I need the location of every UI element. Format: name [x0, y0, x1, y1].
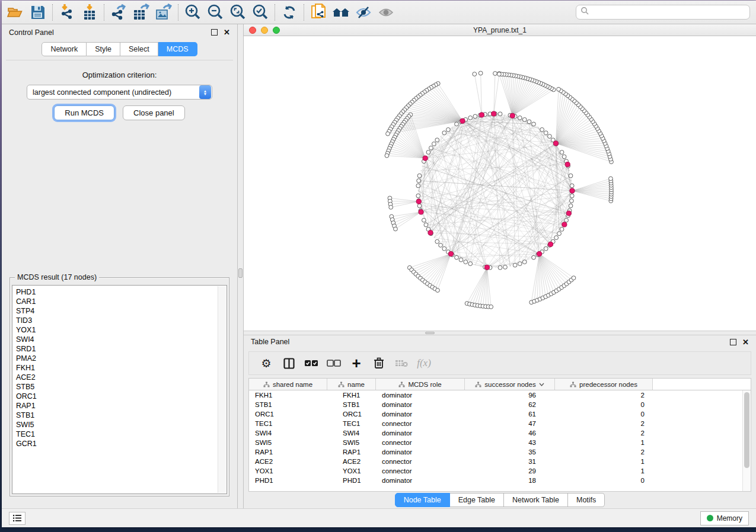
table-panel-tabbar: Node TableEdge TableNetwork TableMotifs — [395, 493, 605, 507]
tab-style[interactable]: Style — [87, 42, 120, 56]
cell: 61 — [465, 411, 555, 418]
splitter-grip[interactable] — [425, 332, 435, 334]
mcds-list-scrollbar[interactable] — [218, 286, 226, 493]
cell: SWI4 — [249, 430, 327, 437]
mcds-result-item[interactable]: ACE2 — [16, 373, 227, 382]
cell: YOX1 — [249, 467, 327, 475]
cell: 62 — [465, 401, 555, 408]
table-row-FKH1[interactable]: FKH1FKH1dominator962 — [249, 390, 751, 400]
cell: FKH1 — [249, 392, 327, 399]
mcds-result-item[interactable]: PMA2 — [16, 354, 227, 363]
run-mcds-button[interactable]: Run MCDS — [54, 105, 114, 120]
table-row-YOX1[interactable]: YOX1YOX1connector291 — [249, 466, 751, 476]
network-canvas-svg[interactable] — [244, 36, 756, 331]
column-header-shared-name[interactable]: shared name — [249, 379, 327, 390]
close-panel-button[interactable]: Close panel — [123, 105, 185, 120]
import-table-icon[interactable] — [78, 3, 101, 22]
search-icon — [580, 7, 589, 18]
add-column-icon[interactable]: + — [345, 354, 368, 372]
mcds-result-item[interactable]: RAP1 — [16, 401, 227, 411]
zoom-in-icon[interactable] — [181, 3, 204, 22]
close-panel-icon[interactable]: ✕ — [742, 339, 749, 345]
table-row-SWI4[interactable]: SWI4SWI4dominator462 — [249, 428, 751, 438]
status-bar: Memory — [2, 508, 756, 527]
cell: SWI4 — [327, 430, 376, 437]
mcds-result-item[interactable]: ORC1 — [16, 392, 227, 401]
table-row-SWI5[interactable]: SWI5SWI5connector431 — [249, 438, 751, 447]
search-input[interactable] — [589, 5, 749, 19]
table-scrollbar-thumb[interactable] — [744, 392, 749, 468]
attribute-icon — [570, 382, 576, 387]
close-panel-icon[interactable]: ✕ — [224, 29, 230, 36]
tab-network[interactable]: Network — [42, 42, 87, 56]
deselect-all-rows-icon[interactable] — [323, 354, 345, 372]
tab-select[interactable]: Select — [120, 42, 158, 56]
export-table-icon[interactable] — [130, 3, 152, 22]
tab-node-table[interactable]: Node Table — [395, 493, 450, 507]
function-builder-icon: f(x) — [413, 354, 435, 372]
mcds-result-item[interactable]: FKH1 — [16, 363, 227, 373]
memory-button[interactable]: Memory — [700, 511, 749, 525]
cell: 1 — [555, 458, 653, 465]
mcds-result-item[interactable]: STP4 — [16, 306, 227, 316]
clone-network-icon[interactable] — [307, 3, 330, 22]
network-window-titlebar[interactable]: YPA_prune.txt_1 — [244, 24, 756, 36]
mcds-result-list[interactable]: PHD1CAR1STP4TID3YOX1SWI4SRD1PMA2FKH1ACE2… — [12, 285, 227, 494]
mcds-result-item[interactable]: GCR1 — [16, 439, 227, 448]
cell: ACE2 — [327, 458, 376, 465]
column-header-successor-nodes[interactable]: successor nodes — [465, 379, 555, 390]
cell: connector — [376, 467, 465, 475]
control-panel-title: Control Panel — [9, 28, 54, 37]
select-all-rows-icon[interactable] — [300, 354, 323, 372]
show-columns-icon[interactable] — [277, 354, 300, 372]
mcds-result-item[interactable]: SWI4 — [16, 335, 227, 344]
mcds-result-item[interactable]: TEC1 — [16, 430, 227, 439]
open-file-icon[interactable] — [4, 3, 27, 22]
nested-networks-icon[interactable] — [330, 3, 352, 22]
mcds-result-item[interactable]: STB1 — [16, 411, 227, 420]
splitter-grip[interactable] — [238, 268, 243, 278]
tab-edge-table[interactable]: Edge Table — [450, 493, 504, 507]
mcds-result-item[interactable]: YOX1 — [16, 325, 227, 335]
mcds-result-item[interactable]: TID3 — [16, 316, 227, 325]
search-box[interactable] — [576, 5, 750, 20]
table-row-ACE2[interactable]: ACE2ACE2connector311 — [249, 457, 751, 466]
export-image-icon[interactable] — [152, 3, 175, 22]
mcds-result-item[interactable]: SWI5 — [16, 420, 227, 430]
save-icon[interactable] — [27, 3, 49, 22]
column-header-name[interactable]: name — [327, 379, 376, 390]
table-row-ORC1[interactable]: ORC1ORC1dominator610 — [249, 409, 751, 419]
hide-selected-icon[interactable] — [352, 3, 375, 22]
import-network-icon[interactable] — [56, 3, 78, 22]
mcds-result-item[interactable]: STB5 — [16, 382, 227, 392]
float-panel-icon[interactable] — [211, 29, 218, 36]
zoom-fit-icon[interactable] — [227, 3, 249, 22]
table-row-RAP1[interactable]: RAP1RAP1dominator352 — [249, 447, 751, 457]
zoom-out-icon[interactable] — [204, 3, 227, 22]
mcds-result-item[interactable]: PHD1 — [16, 287, 227, 297]
tab-motifs[interactable]: Motifs — [568, 493, 605, 507]
criterion-dropdown[interactable]: largest connected component (undirected)… — [27, 85, 212, 100]
export-network-icon[interactable] — [107, 3, 130, 22]
column-header-MCDS-role[interactable]: MCDS role — [376, 379, 465, 390]
table-row-PHD1[interactable]: PHD1PHD1dominator180 — [249, 476, 751, 485]
table-row-TEC1[interactable]: TEC1TEC1connector472 — [249, 419, 751, 428]
mcds-result-item[interactable]: CAR1 — [16, 297, 227, 306]
float-panel-icon[interactable] — [730, 339, 736, 345]
horizontal-splitter[interactable] — [244, 331, 756, 335]
table-settings-gear-icon[interactable]: ⚙ — [255, 354, 277, 372]
tab-network-table[interactable]: Network Table — [504, 493, 568, 507]
table-row-STB1[interactable]: STB1STB1dominator620 — [249, 400, 751, 409]
column-header-predecessor-nodes[interactable]: predecessor nodes — [555, 379, 653, 390]
zoom-selected-icon[interactable] — [249, 3, 272, 22]
show-all-icon[interactable] — [375, 3, 397, 22]
refresh-icon[interactable] — [278, 3, 301, 22]
tab-mcds[interactable]: MCDS — [158, 42, 197, 56]
task-history-button[interactable] — [9, 512, 25, 525]
cell: TEC1 — [249, 420, 327, 427]
table-scrollbar[interactable] — [742, 390, 751, 491]
mcds-result-item[interactable]: SRD1 — [16, 344, 227, 354]
vertical-splitter[interactable] — [237, 24, 244, 508]
delete-column-icon[interactable] — [368, 354, 390, 372]
network-canvas[interactable] — [244, 36, 756, 331]
